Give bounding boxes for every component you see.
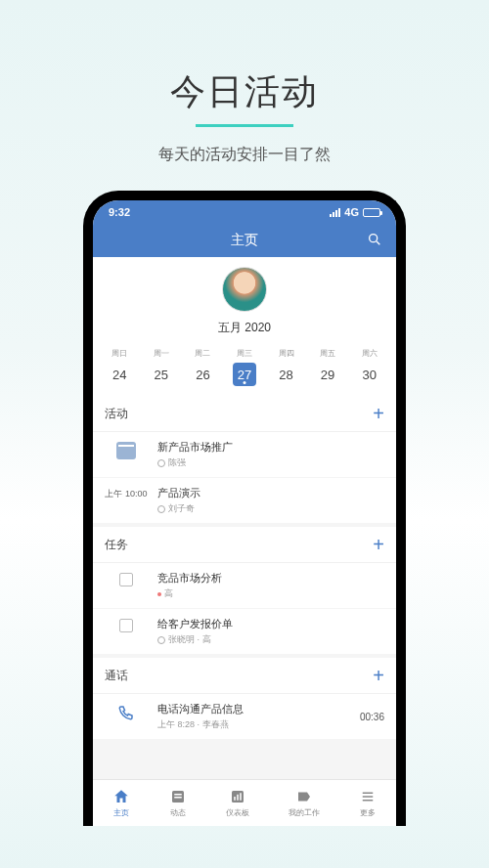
checkbox-icon <box>119 619 133 632</box>
item-meta: 陈强 <box>157 456 384 469</box>
item-meta: 张晓明 · 高 <box>157 633 384 646</box>
list-item[interactable]: 给客户发报价单 张晓明 · 高 <box>93 609 396 654</box>
app-header: 主页 <box>93 224 396 257</box>
nav-more[interactable]: 更多 <box>359 788 377 818</box>
profile-section: 五月 2020 <box>93 257 396 342</box>
item-meta: 刘子奇 <box>157 502 384 515</box>
calendar-row: 周日24 周一25 周二26 周三27 周四28 周五29 周六30 <box>93 342 396 396</box>
person-icon <box>157 636 165 644</box>
nav-feed[interactable]: 动态 <box>169 788 187 818</box>
add-activity-button[interactable]: + <box>373 404 384 423</box>
call-duration: 00:36 <box>360 712 384 722</box>
calendar-day[interactable]: 周日24 <box>104 348 135 386</box>
calendar-day[interactable]: 周五29 <box>312 348 343 386</box>
calendar-day[interactable]: 周一25 <box>146 348 177 386</box>
content: 活动 + 新产品市场推广 陈强 上午 10:00 产品演示 刘子奇 任务 <box>93 396 396 779</box>
search-icon[interactable] <box>367 232 382 250</box>
svg-point-0 <box>370 234 378 241</box>
svg-rect-6 <box>234 797 236 801</box>
item-meta: 高 <box>157 587 384 600</box>
calendar-day[interactable]: 周二26 <box>187 348 218 386</box>
item-title: 新产品市场推广 <box>157 440 384 455</box>
item-time: 上午 10:00 <box>105 486 148 500</box>
nav-label: 动态 <box>170 807 186 818</box>
page-title: 主页 <box>231 232 258 249</box>
list-item[interactable]: 竞品市场分析 高 <box>93 563 396 609</box>
section-title: 活动 <box>105 406 128 422</box>
hero-title: 今日活动 <box>170 68 319 116</box>
priority-dot <box>157 592 161 596</box>
item-checkbox[interactable] <box>105 617 148 632</box>
svg-line-1 <box>377 241 379 244</box>
bottom-nav: 主页 动态 仪表板 我的工作 更多 <box>93 779 396 826</box>
section-activities: 活动 + 新产品市场推广 陈强 上午 10:00 产品演示 刘子奇 <box>93 396 396 523</box>
section-header: 活动 + <box>93 396 396 432</box>
svg-rect-7 <box>237 795 239 801</box>
nav-home[interactable]: 主页 <box>112 788 130 818</box>
nav-label: 我的工作 <box>289 807 320 818</box>
section-title: 通话 <box>105 668 128 684</box>
nav-dashboard[interactable]: 仪表板 <box>226 788 249 818</box>
svg-rect-4 <box>174 797 182 799</box>
nav-label: 主页 <box>113 807 129 818</box>
hero-subtitle: 每天的活动安排一目了然 <box>158 145 331 165</box>
status-right: 4G <box>330 206 380 218</box>
signal-icon <box>330 208 340 217</box>
status-network: 4G <box>344 206 359 218</box>
add-task-button[interactable]: + <box>373 535 384 554</box>
item-title: 给客户发报价单 <box>157 617 384 631</box>
item-title: 电话沟通产品信息 <box>157 702 350 716</box>
item-title: 竞品市场分析 <box>157 571 384 586</box>
calendar-day[interactable]: 周四28 <box>271 348 302 386</box>
phone-icon <box>117 704 135 723</box>
checkbox-icon <box>119 573 133 586</box>
calendar-icon <box>116 442 136 459</box>
list-item[interactable]: 电话沟通产品信息 上午 8:28 · 李春燕 00:36 <box>93 694 396 739</box>
nav-label: 仪表板 <box>226 807 249 818</box>
add-call-button[interactable]: + <box>373 666 384 685</box>
phone-frame: 9:32 4G 主页 五月 2020 周日24 周一25 周二26 周三27 周… <box>83 191 406 826</box>
status-time: 9:32 <box>109 206 130 218</box>
item-meta: 上午 8:28 · 李春燕 <box>157 718 350 731</box>
nav-label: 更多 <box>360 807 376 818</box>
svg-rect-8 <box>240 793 242 801</box>
calendar-day[interactable]: 周六30 <box>354 348 385 386</box>
item-icon <box>105 440 148 459</box>
section-title: 任务 <box>105 537 128 553</box>
section-tasks: 任务 + 竞品市场分析 高 给客户发报价单 张晓明 · 高 <box>93 527 396 654</box>
list-item[interactable]: 新产品市场推广 陈强 <box>93 432 396 478</box>
nav-mywork[interactable]: 我的工作 <box>289 788 320 818</box>
status-bar: 9:32 4G <box>93 200 396 224</box>
calendar-day-selected[interactable]: 周三27 <box>229 348 260 386</box>
section-header: 通话 + <box>93 658 396 694</box>
item-icon <box>105 702 148 723</box>
svg-rect-3 <box>174 794 182 796</box>
person-icon <box>157 459 165 467</box>
item-checkbox[interactable] <box>105 571 148 586</box>
avatar[interactable] <box>222 267 267 312</box>
hero-underline <box>196 124 293 127</box>
battery-icon <box>363 208 380 217</box>
person-icon <box>157 505 165 513</box>
section-header: 任务 + <box>93 527 396 563</box>
item-title: 产品演示 <box>157 486 384 500</box>
section-calls: 通话 + 电话沟通产品信息 上午 8:28 · 李春燕 00:36 <box>93 658 396 739</box>
month-year: 五月 2020 <box>218 320 271 336</box>
list-item[interactable]: 上午 10:00 产品演示 刘子奇 <box>93 478 396 523</box>
